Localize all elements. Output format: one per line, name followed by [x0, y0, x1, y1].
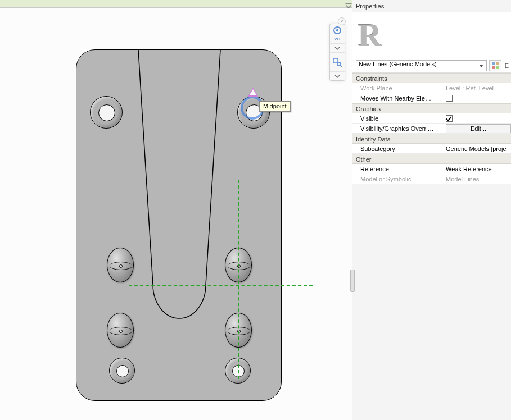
- prop-work-plane-label: Work Plane: [352, 83, 442, 93]
- zoom-chevron-icon[interactable]: [330, 71, 345, 80]
- prop-reference-label: Reference: [352, 164, 442, 174]
- revit-logo-icon: R: [358, 16, 380, 54]
- prop-visibility-overrides-label: Visibility/Graphics Overri…: [352, 124, 442, 133]
- navbar-close-icon[interactable]: ×: [338, 17, 346, 25]
- prop-subcategory-value[interactable]: Generic Models [proje: [442, 144, 511, 153]
- prop-model-or-symbolic: Model or Symbolic Model Lines: [352, 174, 511, 184]
- steering-wheel-mode-label: 2D: [332, 37, 342, 42]
- properties-blank-area: [352, 184, 511, 420]
- reference-crosshair-horizontal: [129, 285, 313, 286]
- snap-midpoint-icon: [248, 88, 258, 97]
- type-selector-value: New Lines (Generic Models): [359, 61, 437, 67]
- prop-moves-with-nearby: Moves With Nearby Ele…: [352, 93, 511, 103]
- properties-type-image: R: [352, 12, 511, 58]
- properties-grid: Constraints Work Plane Level : Ref. Leve…: [352, 73, 511, 420]
- svg-rect-5: [492, 62, 495, 65]
- section-graphics-header[interactable]: Graphics: [352, 103, 511, 113]
- zoom-region-button[interactable]: [330, 52, 345, 71]
- prop-model-or-symbolic-label: Model or Symbolic: [352, 174, 442, 184]
- section-identity-header[interactable]: Identity Data: [352, 134, 511, 144]
- edit-type-label-fragment: E: [504, 62, 509, 69]
- svg-line-4: [340, 65, 342, 67]
- prop-work-plane: Work Plane Level : Ref. Level: [352, 83, 511, 93]
- edit-type-button[interactable]: [489, 60, 501, 71]
- visibility-overrides-edit-button[interactable]: Edit...: [446, 124, 511, 133]
- prop-moves-with-nearby-label: Moves With Nearby Ele…: [352, 93, 442, 103]
- section-constraints-header[interactable]: Constraints: [352, 73, 511, 83]
- model-boss-upper-left[interactable]: [107, 248, 134, 282]
- properties-panel: Properties R New Lines (Generic Models) …: [352, 0, 511, 420]
- section-other-header[interactable]: Other: [352, 154, 511, 164]
- svg-rect-2: [333, 58, 338, 63]
- svg-point-1: [336, 29, 338, 31]
- snap-tooltip: Midpoint: [259, 101, 291, 112]
- svg-rect-6: [496, 62, 499, 65]
- panel-resize-handle[interactable]: [350, 270, 355, 292]
- steering-wheel-chevron-icon[interactable]: [330, 43, 345, 52]
- prop-subcategory-label: Subcategory: [352, 144, 442, 153]
- type-selector-row: New Lines (Generic Models) E: [352, 58, 511, 73]
- svg-rect-7: [492, 66, 495, 69]
- visible-checkbox[interactable]: [446, 115, 453, 122]
- model-hole-bottom-left[interactable]: [109, 358, 135, 384]
- steering-wheel-button[interactable]: 2D: [330, 24, 345, 43]
- prop-work-plane-value: Level : Ref. Level: [442, 83, 511, 93]
- navigation-bar: × 2D: [329, 24, 345, 81]
- reference-crosshair-vertical: [238, 180, 239, 379]
- svg-rect-8: [496, 66, 499, 69]
- prop-visible-label: Visible: [352, 113, 442, 123]
- prop-reference-value[interactable]: Weak Reference: [442, 164, 511, 174]
- type-selector-dropdown[interactable]: New Lines (Generic Models): [356, 60, 487, 71]
- moves-with-nearby-checkbox[interactable]: [446, 95, 453, 102]
- prop-model-or-symbolic-value: Model Lines: [442, 174, 511, 184]
- prop-visible: Visible: [352, 113, 511, 124]
- prop-reference: Reference Weak Reference: [352, 164, 511, 174]
- drawing-canvas[interactable]: Midpoint × 2D: [0, 8, 352, 420]
- prop-subcategory: Subcategory Generic Models [proje: [352, 144, 511, 154]
- prop-visibility-overrides: Visibility/Graphics Overri… Edit...: [352, 124, 511, 134]
- model-u-slot: [128, 50, 230, 330]
- model-boss-lower-left[interactable]: [107, 313, 134, 348]
- properties-panel-title: Properties: [352, 0, 511, 12]
- model-hole-top-left[interactable]: [90, 96, 123, 129]
